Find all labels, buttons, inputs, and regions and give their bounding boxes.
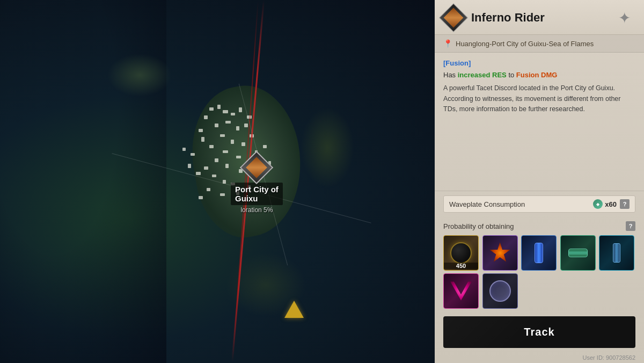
item-6-icon [447, 277, 475, 305]
building [209, 145, 214, 148]
exploration-label: loration 5% [240, 206, 273, 214]
circle-icon [489, 280, 511, 302]
item-7-icon [486, 277, 514, 305]
tube3-icon [613, 243, 620, 263]
starburst-icon [489, 242, 511, 264]
building [239, 107, 242, 112]
building [196, 172, 201, 175]
building [204, 115, 208, 119]
building [223, 110, 228, 113]
waveplate-help-button[interactable]: ? [620, 199, 630, 209]
item-3-icon [525, 239, 553, 267]
building [207, 188, 210, 191]
building [263, 145, 267, 148]
building [182, 148, 186, 151]
building [241, 142, 245, 146]
info-panel: Inferno Rider 📍 Huanglong-Port City of G… [435, 0, 644, 363]
user-id: User ID: 900728562 [435, 353, 644, 363]
building [212, 175, 216, 177]
desc-body: A powerful Tacet Discord located in the … [443, 83, 635, 114]
item-5-icon [603, 239, 631, 267]
waveplate-row: Waveplate Consumption x60 ? [443, 195, 635, 213]
building [188, 164, 191, 168]
probability-section: Probability of obtaining ? 450 [435, 217, 644, 312]
item-4[interactable] [560, 235, 596, 271]
item-4-icon [564, 239, 592, 267]
building [225, 121, 231, 124]
track-button[interactable]: Track [443, 316, 635, 348]
building [244, 124, 248, 127]
gold-nav-marker [284, 301, 304, 318]
pin-icon: 📍 [443, 39, 452, 48]
building [220, 193, 225, 196]
item-2-icon [486, 239, 514, 267]
item-5[interactable] [599, 235, 634, 271]
building [217, 105, 221, 109]
building [204, 166, 208, 170]
item-6[interactable] [443, 273, 479, 309]
compass-icon[interactable] [618, 9, 635, 26]
building [225, 164, 229, 168]
waveplate-label: Waveplate Consumption [449, 200, 593, 208]
item-3[interactable] [521, 235, 557, 271]
boss-name: Inferno Rider [471, 11, 618, 25]
map-section: Port City of Guixu loration 5% [0, 0, 435, 363]
marker-diamond-icon [240, 151, 273, 184]
marker-diamond-inner [246, 157, 268, 178]
location-label: Port City of Guixu [231, 183, 283, 205]
waveplate-section: Waveplate Consumption x60 ? [435, 191, 644, 217]
desc-line1: Has increased RES to Fusion DMG [443, 70, 635, 80]
item-1[interactable]: 450 [443, 235, 479, 271]
boss-icon-inner [444, 8, 464, 28]
tube-icon [535, 243, 543, 263]
building [191, 153, 195, 156]
building [199, 129, 203, 132]
building [231, 113, 235, 115]
terrain-scatter1 [107, 54, 172, 97]
probability-title: Probability of obtaining [443, 222, 514, 230]
boss-icon [439, 3, 468, 32]
building [215, 124, 218, 127]
building [209, 107, 214, 111]
items-grid-row2 [443, 273, 635, 309]
probability-header: Probability of obtaining ? [443, 221, 635, 231]
panel-header: Inferno Rider [435, 0, 644, 35]
desc-highlight-fusion: Fusion DMG [516, 71, 558, 79]
fusion-tag: [Fusion] [443, 59, 635, 67]
probability-help-button[interactable]: ? [626, 221, 635, 231]
building [231, 140, 234, 144]
building [215, 158, 218, 162]
desc-highlight-res: increased RES [458, 71, 507, 79]
item-2[interactable] [482, 235, 518, 271]
location-marker[interactable]: Port City of Guixu loration 5% [231, 156, 283, 214]
tube2-icon [568, 249, 588, 257]
v-icon [449, 279, 473, 303]
description-section: [Fusion] Has increased RES to Fusion DMG… [435, 53, 644, 191]
location-text: Huanglong-Port City of Guixu-Sea of Flam… [456, 40, 594, 48]
building [199, 196, 203, 199]
waveplate-count: x60 [605, 200, 617, 208]
building [201, 137, 204, 142]
orb-icon [450, 242, 472, 264]
building [220, 134, 225, 137]
item-7[interactable] [482, 273, 518, 309]
terrain-scatter2 [301, 107, 354, 188]
waveplate-gem-icon [593, 199, 603, 209]
location-line: 📍 Huanglong-Port City of Guixu-Sea of Fl… [435, 35, 644, 53]
items-grid-row1: 450 [443, 235, 635, 271]
building [236, 126, 239, 130]
building [223, 150, 228, 153]
item-1-badge: 450 [444, 263, 478, 269]
